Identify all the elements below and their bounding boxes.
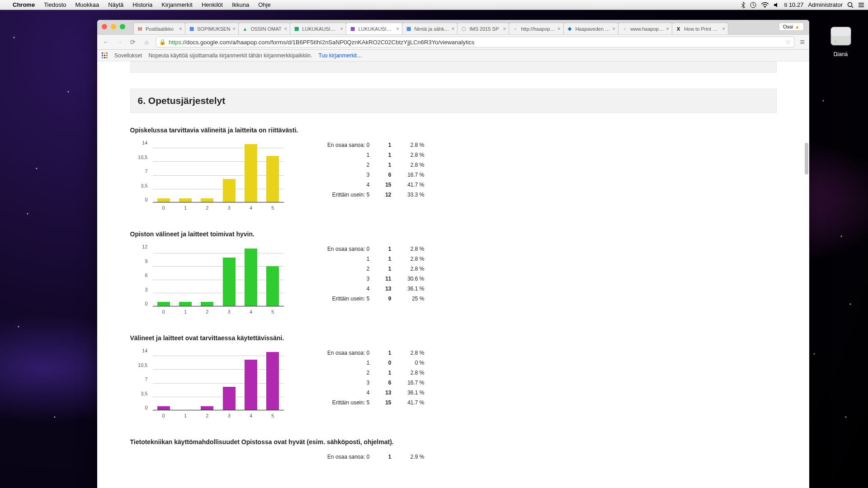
tab-favicon: ▦ xyxy=(405,25,412,32)
browser-tab[interactable]: ▫ www.haapop… × xyxy=(618,23,672,34)
browser-tab[interactable]: ▦ SOPIMUKSEN × xyxy=(185,23,239,34)
notification-center-icon[interactable] xyxy=(858,2,864,8)
data-table: En osaa sanoa: 0 1 2.9 % xyxy=(316,452,425,462)
chrome-window: M Postilaatikko ×▦ SOPIMUKSEN ×▲ OSSIN O… xyxy=(97,20,809,488)
spotlight-icon[interactable] xyxy=(847,2,854,8)
section-header: 6. Opetusjärjestelyt xyxy=(130,89,777,113)
tab-close-icon[interactable]: × xyxy=(722,26,725,32)
browser-tab[interactable]: ▫ http://haapop… × xyxy=(509,23,563,34)
desktop-drive-icon[interactable]: Dianà xyxy=(821,23,860,57)
mac-menubar: Chrome TiedostoMuokkaaNäytäHistoriaKirja… xyxy=(0,0,868,10)
tab-favicon: X xyxy=(675,25,682,32)
table-row: 1 1 2.8 % xyxy=(316,254,425,264)
browser-tab[interactable]: M Postilaatikko × xyxy=(133,23,185,34)
tab-close-icon[interactable]: × xyxy=(666,26,669,32)
address-bar[interactable]: 🔒 https://docs.google.com/a/haapop.com/f… xyxy=(156,37,794,47)
tab-favicon: ◆ xyxy=(566,25,573,32)
tab-favicon: ▦ xyxy=(349,25,356,32)
tab-close-icon[interactable]: × xyxy=(396,26,399,32)
minimize-window-button[interactable] xyxy=(111,24,116,29)
browser-tab[interactable]: ▦ LUKUKAUSIP… × xyxy=(290,23,346,34)
import-bookmarks-link[interactable]: Tuo kirjanmerkit… xyxy=(319,52,363,59)
tab-close-icon[interactable]: × xyxy=(557,26,561,32)
tab-title: Nimiä ja sähk… xyxy=(414,26,449,32)
chart-x-labels: 012345 xyxy=(153,203,284,212)
question-title: Välineet ja laitteet ovat tarvittaessa k… xyxy=(130,334,777,342)
tab-close-icon[interactable]: × xyxy=(284,26,287,32)
tab-title: http://haapop… xyxy=(521,26,555,32)
chart-bar xyxy=(266,266,279,306)
apps-label[interactable]: Sovellukset xyxy=(114,52,142,59)
menu-item[interactable]: Kirjanmerkit xyxy=(157,1,197,8)
menu-item[interactable]: Muokkaa xyxy=(71,1,104,8)
tab-close-icon[interactable]: × xyxy=(612,26,615,32)
close-window-button[interactable] xyxy=(102,24,107,29)
menu-app[interactable]: Chrome xyxy=(8,1,39,8)
table-row: 3 6 16.7 % xyxy=(316,170,425,180)
bluetooth-icon[interactable] xyxy=(741,2,745,8)
browser-tab[interactable]: X How to Print S… × xyxy=(672,23,728,34)
apps-icon[interactable] xyxy=(102,52,108,59)
table-row: 4 13 36.1 % xyxy=(316,284,425,294)
bookmark-star-icon[interactable]: ☆ xyxy=(785,38,791,46)
chart-bar xyxy=(223,387,236,410)
menu-item[interactable]: Näytä xyxy=(104,1,128,8)
menu-item[interactable]: Historia xyxy=(128,1,157,8)
lock-icon: 🔒 xyxy=(159,39,166,45)
question-title: Tietotekniikan käyttömahdollisuudet Opis… xyxy=(130,438,777,446)
question-block: Tietotekniikan käyttömahdollisuudet Opis… xyxy=(130,438,777,462)
volume-icon[interactable] xyxy=(774,2,780,8)
chrome-menu-button[interactable]: ≡ xyxy=(800,38,805,47)
browser-tab[interactable]: ▦ Nimiä ja sähk… × xyxy=(402,23,458,34)
menu-clock[interactable]: ti 10.27 xyxy=(784,1,804,8)
tab-close-icon[interactable]: × xyxy=(503,26,506,32)
table-row: Erittäin usein: 5 12 33.3 % xyxy=(316,190,425,200)
forward-button[interactable]: → xyxy=(115,38,123,46)
table-row: 4 15 41.7 % xyxy=(316,180,425,190)
data-table: En osaa sanoa: 0 1 2.8 % 1 1 2.8 % 2 1 2… xyxy=(316,244,425,304)
chart-bar xyxy=(223,258,236,306)
previous-section-footer xyxy=(130,61,777,73)
chart-y-labels: 1410,573,50 xyxy=(130,348,151,410)
chart-bar xyxy=(266,352,279,410)
tab-close-icon[interactable]: × xyxy=(232,26,236,32)
table-row: Erittäin usein: 5 9 25 % xyxy=(316,294,425,304)
question-title: Opiston välineet ja laitteet toimivat hy… xyxy=(130,230,777,238)
table-row: 2 1 2.8 % xyxy=(316,264,425,274)
menu-item[interactable]: Henkilöt xyxy=(197,1,227,8)
browser-tab[interactable]: ◆ Haapaveden … × xyxy=(563,23,618,34)
menu-item[interactable]: Ohje xyxy=(254,1,275,8)
tab-close-icon[interactable]: × xyxy=(179,26,182,32)
menu-user[interactable]: Administrator xyxy=(808,1,843,8)
tab-close-icon[interactable]: × xyxy=(340,26,343,32)
browser-tab[interactable]: ▲ OSSIN OMAT × xyxy=(238,23,290,34)
table-row: 3 11 30.6 % xyxy=(316,274,425,284)
table-row: 4 13 36.1 % xyxy=(316,388,425,398)
bar-chart: 1410,573,50 012345 xyxy=(130,348,284,420)
table-row: En osaa sanoa: 0 1 2.8 % xyxy=(316,244,425,254)
home-button[interactable]: ⌂ xyxy=(142,38,151,46)
bar-chart: 129630 012345 xyxy=(130,244,284,316)
data-table: En osaa sanoa: 0 1 2.8 % 1 0 0 % 2 1 2.8… xyxy=(316,348,425,408)
question-block: Opiston välineet ja laitteet toimivat hy… xyxy=(130,230,777,316)
page-viewport[interactable]: 6. Opetusjärjestelyt Opiskelussa tarvitt… xyxy=(97,61,809,488)
browser-tab[interactable]: ◌ IMS 2015 SP × xyxy=(457,23,509,34)
menu-item[interactable]: Tiedosto xyxy=(39,1,71,8)
back-button[interactable]: ← xyxy=(102,38,110,46)
reload-button[interactable]: ⟳ xyxy=(129,38,137,46)
wifi-icon[interactable] xyxy=(761,2,769,8)
browser-tab[interactable]: ▦ LUKUKAUSIP… × xyxy=(346,23,402,34)
table-row: 2 1 2.8 % xyxy=(316,160,425,170)
chrome-user-badge[interactable]: Ossi ▲ xyxy=(779,23,804,31)
tab-title: How to Print S… xyxy=(684,26,720,32)
tab-close-icon[interactable]: × xyxy=(451,26,454,32)
timemachine-icon[interactable] xyxy=(750,2,756,8)
bookmarks-hint: Nopeuta käyttöä sijoittamalla kirjanmerk… xyxy=(148,52,312,59)
tab-favicon: ▦ xyxy=(188,25,195,32)
menu-item[interactable]: Ikkuna xyxy=(227,1,254,8)
scrollbar[interactable] xyxy=(803,61,809,488)
zoom-window-button[interactable] xyxy=(120,24,125,29)
tab-favicon: ▦ xyxy=(293,25,300,32)
table-row: 1 1 2.8 % xyxy=(316,150,425,160)
chart-x-labels: 012345 xyxy=(153,411,284,420)
